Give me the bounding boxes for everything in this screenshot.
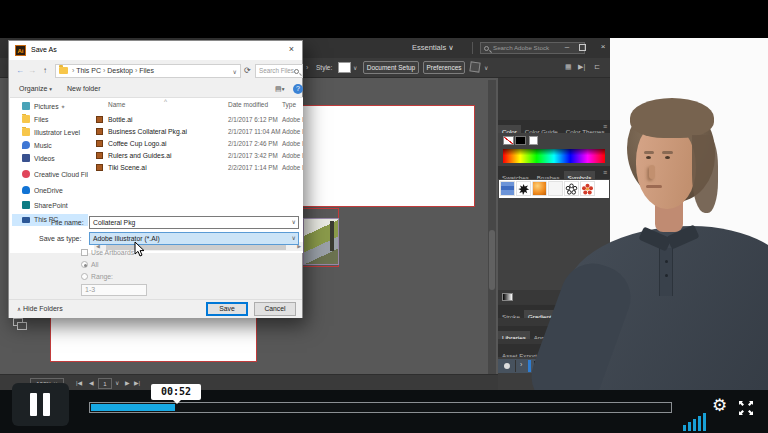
symbol-blue-banner[interactable] bbox=[500, 181, 515, 196]
tab-color-guide[interactable]: Color Guide bbox=[521, 125, 562, 133]
canvas-vertical-scrollbar[interactable] bbox=[488, 80, 496, 374]
fill-swatch-black[interactable] bbox=[515, 136, 526, 145]
view-options-icon[interactable]: ▤▾ bbox=[275, 85, 284, 93]
hide-folders-button[interactable]: ∧ Hide Folders bbox=[17, 305, 63, 312]
back-button[interactable]: ← bbox=[16, 66, 24, 75]
tab-stroke[interactable]: Stroke bbox=[498, 310, 524, 318]
preferences-button[interactable]: Preferences bbox=[423, 61, 465, 74]
minimize-button[interactable]: – bbox=[560, 38, 574, 56]
style-swatch[interactable] bbox=[338, 62, 351, 73]
stroke-swatch-white[interactable] bbox=[529, 136, 538, 145]
column-header-name[interactable]: ^Name bbox=[108, 101, 125, 108]
close-app-button[interactable]: × bbox=[596, 38, 610, 56]
document-setup-button[interactable]: Document Setup bbox=[363, 61, 419, 74]
artboard-tool-icon[interactable] bbox=[13, 318, 23, 326]
symbol-blank[interactable] bbox=[548, 181, 563, 196]
search-icon bbox=[294, 69, 299, 74]
file-row[interactable]: Rulers and Guides.ai2/1/2017 3:42 PMAdob… bbox=[94, 150, 303, 161]
volume-icon[interactable] bbox=[693, 419, 696, 431]
range-input[interactable]: 1-3 bbox=[81, 284, 147, 296]
gradient-swatch-icon[interactable] bbox=[502, 293, 513, 301]
symbol-flower-outline[interactable] bbox=[564, 181, 579, 196]
tab-libraries[interactable]: Libraries bbox=[498, 331, 530, 339]
collapse-panels-icon[interactable]: ▶| bbox=[578, 63, 585, 71]
tab-swatches[interactable]: Swatches bbox=[498, 171, 533, 179]
ai-file-icon bbox=[96, 128, 103, 135]
save-as-type-select[interactable]: Adobe Illustrator (*.AI) ∨ bbox=[89, 232, 299, 245]
save-as-type-label: Save as type: bbox=[39, 235, 81, 242]
forward-button[interactable]: → bbox=[28, 66, 36, 75]
file-row[interactable]: Business Collateral Pkg.ai2/1/2017 11:04… bbox=[94, 126, 303, 137]
sidebar-item-pictures[interactable]: Pictures ✦ bbox=[12, 101, 88, 113]
expand-chevron-icon[interactable]: › bbox=[520, 361, 522, 368]
sidebar-item-illustrator-level[interactable]: Illustrator Level bbox=[12, 127, 88, 139]
sidebar-item-onedrive[interactable]: OneDrive bbox=[12, 185, 88, 197]
organize-menu[interactable]: Organize ▾ bbox=[19, 85, 52, 92]
settings-gear-icon[interactable]: ⚙ bbox=[712, 395, 727, 415]
workspace-icon[interactable]: ⊏ bbox=[594, 63, 600, 71]
artboard-number-field[interactable]: 1 bbox=[98, 378, 112, 389]
file-name-input[interactable]: Collateral Pkg ∨ bbox=[89, 216, 299, 229]
placed-image-thumbnail[interactable] bbox=[303, 218, 339, 265]
combo-dropdown-icon[interactable]: ∨ bbox=[292, 217, 296, 228]
tab-color[interactable]: Color bbox=[498, 125, 521, 133]
fullscreen-icon[interactable] bbox=[737, 399, 755, 417]
none-swatch[interactable] bbox=[503, 136, 514, 145]
address-dropdown-icon[interactable]: ∨ bbox=[233, 66, 237, 78]
artboard-nav-last-icon[interactable]: ▶| bbox=[134, 379, 140, 386]
close-icon[interactable]: × bbox=[289, 44, 294, 54]
help-icon[interactable]: ? bbox=[293, 84, 303, 94]
file-row[interactable]: Bottle.ai2/1/2017 6:12 PMAdobe Illustr bbox=[94, 114, 303, 125]
pause-button[interactable] bbox=[12, 383, 69, 426]
sidebar-item-sharepoint[interactable]: SharePoint bbox=[12, 200, 88, 212]
volume-icon[interactable] bbox=[683, 425, 686, 431]
new-folder-button[interactable]: New folder bbox=[67, 85, 100, 92]
breadcrumb[interactable]: › This PC › Desktop › Files ∨ bbox=[55, 64, 241, 78]
visibility-eye-icon[interactable] bbox=[504, 363, 510, 369]
up-button[interactable]: ↑ bbox=[43, 66, 47, 75]
column-header-date[interactable]: Date modified bbox=[228, 101, 268, 108]
grid-icon[interactable]: ▦ bbox=[565, 63, 572, 71]
artboard-nav-next-icon[interactable]: ▶ bbox=[125, 379, 130, 386]
illustrator-app-icon: Ai bbox=[15, 45, 26, 56]
use-artboards-checkbox[interactable]: Use Artboards bbox=[81, 249, 134, 256]
cancel-button[interactable]: Cancel bbox=[254, 302, 296, 316]
save-button[interactable]: Save bbox=[206, 302, 248, 316]
sidebar-item-files[interactable]: Files bbox=[12, 114, 88, 126]
range-radio[interactable]: Range: bbox=[81, 273, 113, 280]
selection-tool-icon[interactable] bbox=[469, 61, 480, 72]
file-row[interactable]: Tiki Scene.ai2/2/2017 1:14 PMAdobe Illus… bbox=[94, 162, 303, 173]
tab-symbols[interactable]: Symbols bbox=[564, 171, 596, 179]
refresh-icon[interactable]: ⟳ bbox=[244, 66, 251, 75]
volume-icon[interactable] bbox=[703, 413, 706, 431]
artboard-nav-first-icon[interactable]: |◀ bbox=[76, 379, 82, 386]
symbol-orange-sphere[interactable] bbox=[532, 181, 547, 196]
tab-asset-export[interactable]: Asset Export bbox=[498, 349, 541, 357]
workspace-switcher[interactable]: Essentials ∨ bbox=[412, 38, 454, 58]
style-dropdown-icon[interactable]: ∨ bbox=[353, 64, 357, 71]
symbol-ink-splat[interactable] bbox=[516, 181, 531, 196]
tool-dropdown-icon[interactable]: ∨ bbox=[484, 64, 488, 71]
artboard-nav-prev-icon[interactable]: ◀ bbox=[89, 379, 94, 386]
tab-color-themes[interactable]: Color Themes bbox=[562, 125, 609, 133]
column-header-type[interactable]: Type bbox=[282, 101, 296, 108]
search-input[interactable]: Search Files bbox=[255, 64, 303, 78]
checkbox-icon bbox=[81, 249, 88, 256]
volume-icon[interactable] bbox=[688, 422, 691, 431]
sidebar-item-creative-cloud[interactable]: Creative Cloud Fil bbox=[12, 169, 88, 181]
combo-dropdown-icon[interactable]: ∨ bbox=[292, 233, 296, 244]
sidebar-item-music[interactable]: Music bbox=[12, 140, 88, 152]
symbol-red-flower[interactable] bbox=[580, 181, 595, 196]
file-row[interactable]: Coffee Cup Logo.ai2/1/2017 2:46 PMAdobe … bbox=[94, 138, 303, 149]
color-spectrum[interactable] bbox=[503, 149, 605, 163]
artboard-nav-dropdown-icon[interactable]: ∨ bbox=[115, 379, 119, 386]
all-radio[interactable]: All bbox=[81, 261, 99, 268]
panel-menu-icon[interactable]: ≡ bbox=[603, 169, 607, 176]
dialog-title-bar[interactable]: Ai Save As × bbox=[9, 41, 302, 60]
tab-brushes[interactable]: Brushes bbox=[533, 171, 564, 179]
sidebar-item-videos[interactable]: Videos bbox=[12, 153, 88, 165]
presenter-hair-fringe bbox=[630, 98, 714, 138]
volume-icon[interactable] bbox=[698, 416, 701, 431]
restore-icon[interactable] bbox=[579, 44, 586, 51]
panel-menu-icon[interactable]: ≡ bbox=[603, 123, 607, 130]
